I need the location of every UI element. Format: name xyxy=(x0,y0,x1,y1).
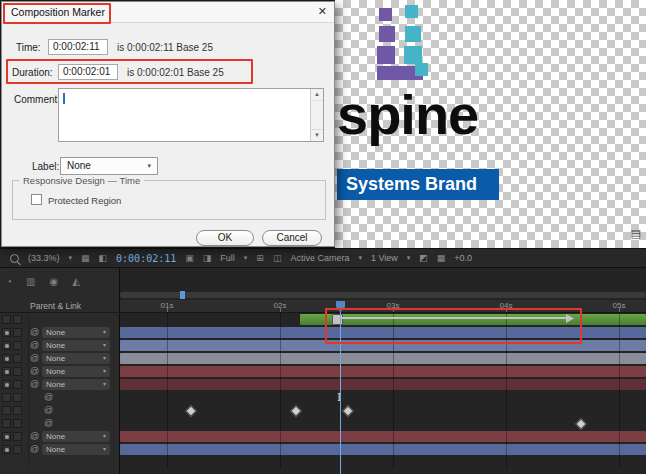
audio-switch-well[interactable] xyxy=(13,393,22,402)
keyframe-track xyxy=(120,404,646,417)
parent-pickwhip-icon[interactable]: @ xyxy=(30,327,39,338)
parent-select-value: None xyxy=(46,366,65,377)
graph-editor-icon[interactable]: ◭ xyxy=(72,276,80,287)
time-field[interactable]: 0:00:02:11 xyxy=(48,39,108,55)
audio-switch-well[interactable] xyxy=(13,354,22,363)
keyframe-track xyxy=(120,417,646,430)
region-of-interest-icon[interactable]: ⊞ xyxy=(256,253,264,263)
audio-switch-well[interactable] xyxy=(13,432,22,441)
snapshot-icon[interactable]: ▣ xyxy=(185,253,194,263)
video-switch-well[interactable] xyxy=(2,354,11,363)
cancel-button[interactable]: Cancel xyxy=(262,230,322,246)
parent-select[interactable]: None▾ xyxy=(42,353,110,364)
chevron-down-icon: ▾ xyxy=(103,366,106,377)
audio-switch-well[interactable] xyxy=(13,315,22,324)
comment-textarea[interactable]: ▲ ▼ xyxy=(58,88,324,142)
keyframe-diamond[interactable] xyxy=(575,418,586,429)
audio-switch-well[interactable] xyxy=(13,328,22,337)
parent-select[interactable]: None▾ xyxy=(42,340,110,351)
audio-switch-well[interactable] xyxy=(13,367,22,376)
keyframe-diamond[interactable] xyxy=(185,405,196,416)
layer-track xyxy=(120,378,646,391)
camera-select[interactable]: Active Camera xyxy=(290,253,349,263)
comment-label: Comment: xyxy=(14,94,60,105)
logo-square xyxy=(404,46,422,64)
close-icon[interactable]: ✕ xyxy=(318,5,327,18)
parent-pickwhip-icon[interactable]: @ xyxy=(30,444,39,455)
parent-pickwhip-icon[interactable]: @ xyxy=(44,405,53,416)
panel-grip-icon[interactable]: ▤ xyxy=(631,227,641,240)
parent-select[interactable]: None▾ xyxy=(42,327,110,338)
mask-visibility-icon[interactable]: ◧ xyxy=(99,253,108,263)
audio-switch-well[interactable] xyxy=(13,341,22,350)
scroll-down-icon[interactable]: ▼ xyxy=(311,129,323,141)
video-switch-well[interactable] xyxy=(2,432,11,441)
parent-select[interactable]: None▾ xyxy=(42,379,110,390)
parent-select-value: None xyxy=(46,379,65,390)
layer-duration-bar[interactable] xyxy=(120,353,646,364)
parent-select[interactable]: None▾ xyxy=(42,366,110,377)
video-switch-well[interactable] xyxy=(2,406,11,415)
keyframe-diamond[interactable] xyxy=(290,405,301,416)
layer-duration-bar[interactable] xyxy=(120,379,646,390)
parent-pickwhip-icon[interactable]: @ xyxy=(44,418,53,429)
chevron-down-icon: ▾ xyxy=(69,254,73,262)
parent-link-header: Parent & Link xyxy=(0,300,120,313)
audio-switch-well[interactable] xyxy=(13,380,22,389)
video-switch-well[interactable] xyxy=(2,367,11,376)
composition-marker-dialog: Composition Marker ✕ Time: 0:00:02:11 is… xyxy=(1,1,335,247)
video-switch-well[interactable] xyxy=(2,445,11,454)
parent-pickwhip-icon[interactable]: @ xyxy=(30,431,39,442)
parent-select[interactable]: None▾ xyxy=(42,431,110,442)
video-switch-well[interactable] xyxy=(2,315,11,324)
parent-pickwhip-icon[interactable]: @ xyxy=(44,392,53,403)
channels-icon[interactable]: ◨ xyxy=(203,253,212,263)
layer-switches-row: @ None▾ xyxy=(0,326,119,339)
video-switch-well[interactable] xyxy=(2,341,11,350)
composition-viewer: spine Systems Brand ▤ xyxy=(335,0,646,248)
parent-pickwhip-icon[interactable]: @ xyxy=(30,353,39,364)
parent-pickwhip-icon[interactable]: @ xyxy=(30,366,39,377)
layer-duration-bar[interactable] xyxy=(120,431,646,442)
grid-icon[interactable]: ▦ xyxy=(437,253,446,263)
resolution-select[interactable]: Full xyxy=(220,253,235,263)
label-select[interactable]: None ▾ xyxy=(60,157,158,175)
magnification-value[interactable]: (33.3%) xyxy=(28,253,60,263)
grid-guides-icon[interactable]: ▦ xyxy=(81,253,90,263)
scroll-up-icon[interactable]: ▲ xyxy=(311,89,323,101)
shy-layers-icon[interactable]: ◔ xyxy=(6,276,12,287)
layer-track xyxy=(120,430,646,443)
exposure-value[interactable]: +0.0 xyxy=(454,253,472,263)
video-switch-well[interactable] xyxy=(2,419,11,428)
video-switch-well[interactable] xyxy=(2,393,11,402)
chevron-down-icon: ▾ xyxy=(407,254,411,262)
annotation-title-box xyxy=(3,3,111,24)
comment-scrollbar[interactable]: ▲ ▼ xyxy=(310,89,323,141)
parent-pickwhip-icon[interactable]: @ xyxy=(30,379,39,390)
work-area-marker[interactable] xyxy=(180,291,185,299)
fast-preview-icon[interactable]: ◩ xyxy=(419,253,428,263)
video-switch-well[interactable] xyxy=(2,328,11,337)
keyframe-diamond[interactable] xyxy=(342,405,353,416)
parent-select[interactable]: None▾ xyxy=(42,444,110,455)
ok-button[interactable]: OK xyxy=(196,230,254,246)
layer-switches-row: @ None▾ xyxy=(0,339,119,352)
audio-switch-well[interactable] xyxy=(13,406,22,415)
motion-blur-icon[interactable]: ◉ xyxy=(50,276,59,287)
audio-switch-well[interactable] xyxy=(13,419,22,428)
frame-blending-icon[interactable]: ▥ xyxy=(26,276,35,287)
current-time-display[interactable]: 0:00:02:11 xyxy=(116,253,176,264)
layer-duration-bar[interactable] xyxy=(120,366,646,377)
parent-select-value: None xyxy=(46,431,65,442)
timeline-panel: ◔ ▥ ◉ ◭ Parent & Link @ None▾ @ None▾ xyxy=(0,268,646,474)
pixel-aspect-icon[interactable]: ◫ xyxy=(273,253,282,263)
layer-duration-bar[interactable] xyxy=(120,444,646,455)
work-area-bar[interactable] xyxy=(120,292,646,298)
view-layout-select[interactable]: 1 View xyxy=(371,253,398,263)
composition-toolbar: (33.3%) ▾ ▦ ◧ 0:00:02:11 ▣ ◨ Full ▾ ⊞ ◫ … xyxy=(0,248,646,268)
protected-region-checkbox[interactable] xyxy=(31,194,42,205)
annotation-timeline-marker-box xyxy=(325,308,582,344)
parent-pickwhip-icon[interactable]: @ xyxy=(30,340,39,351)
audio-switch-well[interactable] xyxy=(13,445,22,454)
video-switch-well[interactable] xyxy=(2,380,11,389)
